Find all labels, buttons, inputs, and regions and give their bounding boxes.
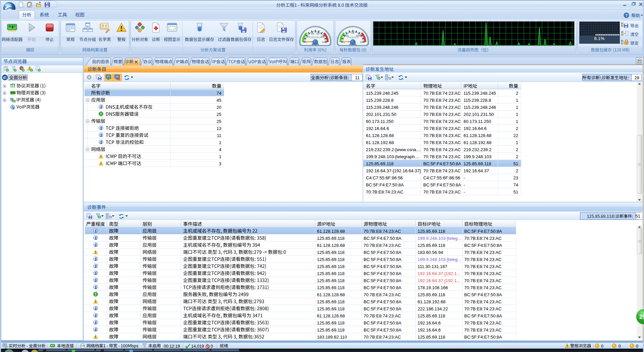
svg-text:0: 0 — [306, 41, 308, 44]
svg-text:Utilization: Utilization — [309, 36, 322, 39]
svg-text:29: 29 — [639, 314, 644, 320]
svg-text:60: 60 — [317, 32, 320, 35]
svg-text:?: ? — [625, 13, 628, 17]
svg-text:1K: 1K — [351, 32, 355, 35]
svg-text:40: 40 — [311, 32, 314, 35]
svg-text:6.1%: 6.1% — [594, 36, 605, 41]
svg-text:Packet/s: Packet/s — [347, 36, 359, 39]
svg-text:100: 100 — [322, 41, 326, 44]
svg-text:1M: 1M — [360, 41, 363, 44]
svg-text:0: 0 — [343, 41, 345, 44]
